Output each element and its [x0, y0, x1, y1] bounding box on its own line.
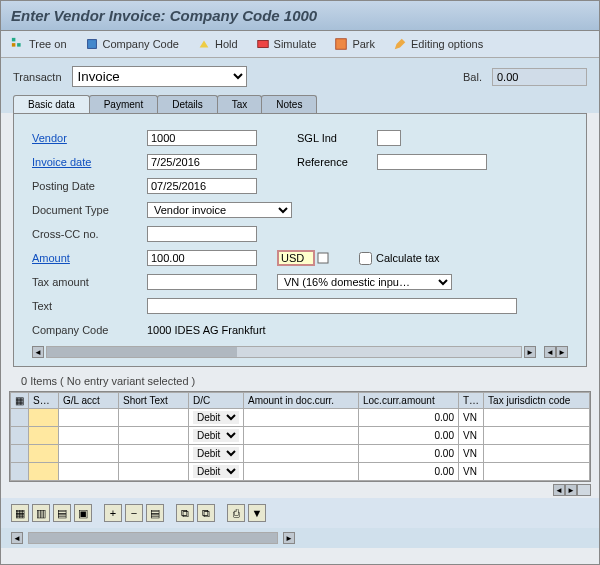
status-cell[interactable]: [29, 463, 59, 481]
glacct-cell[interactable]: [59, 445, 119, 463]
jurisdiction-cell[interactable]: [484, 427, 590, 445]
panel-scrollbar[interactable]: ◄ ► ◄ ►: [32, 346, 568, 358]
tb-6[interactable]: −: [125, 504, 143, 522]
balance-value: 0.00: [492, 68, 587, 86]
dc-cell[interactable]: Debit: [189, 427, 244, 445]
vendor-input[interactable]: [147, 130, 257, 146]
short-text-cell[interactable]: [119, 427, 189, 445]
row-selector[interactable]: [11, 463, 29, 481]
jurisdiction-cell[interactable]: [484, 409, 590, 427]
amount-doc-cell[interactable]: [244, 409, 359, 427]
transaction-label: Transactn: [13, 71, 62, 83]
posting-date-input[interactable]: [147, 178, 257, 194]
tb-10[interactable]: ⎙: [227, 504, 245, 522]
tb-4[interactable]: ▣: [74, 504, 92, 522]
col-sel[interactable]: S…: [29, 393, 59, 409]
col-loc-amount[interactable]: Loc.curr.amount: [359, 393, 459, 409]
tax-amount-input[interactable]: [147, 274, 257, 290]
col-select-all[interactable]: ▦: [11, 393, 29, 409]
tb-2[interactable]: ▥: [32, 504, 50, 522]
hold-button[interactable]: Hold: [197, 37, 238, 51]
short-text-cell[interactable]: [119, 409, 189, 427]
dc-cell[interactable]: Debit: [189, 409, 244, 427]
amount-input[interactable]: [147, 250, 257, 266]
row-selector[interactable]: [11, 427, 29, 445]
footer-right[interactable]: ►: [283, 532, 295, 544]
amount-doc-cell[interactable]: [244, 445, 359, 463]
grid-scroll-left[interactable]: ◄: [553, 484, 565, 496]
tab-details[interactable]: Details: [157, 95, 218, 113]
editing-options-button[interactable]: Editing options: [393, 37, 483, 51]
transaction-select[interactable]: Invoice: [72, 66, 247, 87]
tab-tax[interactable]: Tax: [217, 95, 263, 113]
dc-cell[interactable]: Debit: [189, 445, 244, 463]
calculate-tax-checkbox[interactable]: Calculate tax: [359, 252, 440, 265]
park-button[interactable]: Park: [334, 37, 375, 51]
crosscc-input[interactable]: [147, 226, 257, 242]
doc-type-select[interactable]: Vendor invoice: [147, 202, 292, 218]
scroll-left-button[interactable]: ◄: [32, 346, 44, 358]
tax-cell[interactable]: VN: [459, 427, 484, 445]
tb-3[interactable]: ▤: [53, 504, 71, 522]
glacct-cell[interactable]: [59, 409, 119, 427]
col-amount-doc[interactable]: Amount in doc.curr.: [244, 393, 359, 409]
tb-7[interactable]: ▤: [146, 504, 164, 522]
tab-payment[interactable]: Payment: [89, 95, 158, 113]
loc-amount-cell[interactable]: 0.00: [359, 427, 459, 445]
amount-label[interactable]: Amount: [32, 252, 147, 264]
items-header: 0 Items ( No entry variant selected ): [1, 371, 599, 391]
amount-doc-cell[interactable]: [244, 463, 359, 481]
footer-left[interactable]: ◄: [11, 532, 23, 544]
short-text-cell[interactable]: [119, 463, 189, 481]
sgl-ind-input[interactable]: [377, 130, 401, 146]
tax-code-select[interactable]: VN (16% domestic inpu…: [277, 274, 452, 290]
reference-input[interactable]: [377, 154, 487, 170]
search-help-icon[interactable]: [317, 252, 329, 264]
tax-cell[interactable]: VN: [459, 409, 484, 427]
tb-8[interactable]: ⧉: [176, 504, 194, 522]
glacct-cell[interactable]: [59, 427, 119, 445]
tb-11[interactable]: ▼: [248, 504, 266, 522]
col-glacct[interactable]: G/L acct: [59, 393, 119, 409]
tab-notes[interactable]: Notes: [261, 95, 317, 113]
main-toolbar: Tree on Company Code Hold Simulate Park …: [1, 31, 599, 58]
short-text-cell[interactable]: [119, 445, 189, 463]
row-selector[interactable]: [11, 445, 29, 463]
scroll-right2-button[interactable]: ►: [556, 346, 568, 358]
tab-basic-data[interactable]: Basic data: [13, 95, 90, 113]
invoice-date-input[interactable]: [147, 154, 257, 170]
col-jurisdiction[interactable]: Tax jurisdictn code: [484, 393, 590, 409]
tb-1[interactable]: ▦: [11, 504, 29, 522]
loc-amount-cell[interactable]: 0.00: [359, 463, 459, 481]
scroll-left2-button[interactable]: ◄: [544, 346, 556, 358]
col-short-text[interactable]: Short Text: [119, 393, 189, 409]
vendor-label[interactable]: Vendor: [32, 132, 147, 144]
loc-amount-cell[interactable]: 0.00: [359, 445, 459, 463]
row-selector[interactable]: [11, 409, 29, 427]
tree-on-button[interactable]: Tree on: [11, 37, 67, 51]
col-dc[interactable]: D/C: [189, 393, 244, 409]
col-tax[interactable]: T…: [459, 393, 484, 409]
reference-label: Reference: [297, 156, 377, 168]
company-code-button[interactable]: Company Code: [85, 37, 179, 51]
simulate-button[interactable]: Simulate: [256, 37, 317, 51]
tb-9[interactable]: ⧉: [197, 504, 215, 522]
jurisdiction-cell[interactable]: [484, 445, 590, 463]
grid-scroll-right[interactable]: ►: [565, 484, 577, 496]
glacct-cell[interactable]: [59, 463, 119, 481]
currency-input[interactable]: USD: [277, 250, 315, 266]
invoice-date-label[interactable]: Invoice date: [32, 156, 147, 168]
loc-amount-cell[interactable]: 0.00: [359, 409, 459, 427]
tax-cell[interactable]: VN: [459, 445, 484, 463]
status-cell[interactable]: [29, 445, 59, 463]
scroll-right-button[interactable]: ►: [524, 346, 536, 358]
tb-5[interactable]: +: [104, 504, 122, 522]
dc-cell[interactable]: Debit: [189, 463, 244, 481]
jurisdiction-cell[interactable]: [484, 463, 590, 481]
grid-toolbar: ▦ ▥ ▤ ▣ + − ▤ ⧉ ⧉ ⎙ ▼: [1, 498, 599, 528]
tax-cell[interactable]: VN: [459, 463, 484, 481]
amount-doc-cell[interactable]: [244, 427, 359, 445]
status-cell[interactable]: [29, 409, 59, 427]
status-cell[interactable]: [29, 427, 59, 445]
text-input[interactable]: [147, 298, 517, 314]
